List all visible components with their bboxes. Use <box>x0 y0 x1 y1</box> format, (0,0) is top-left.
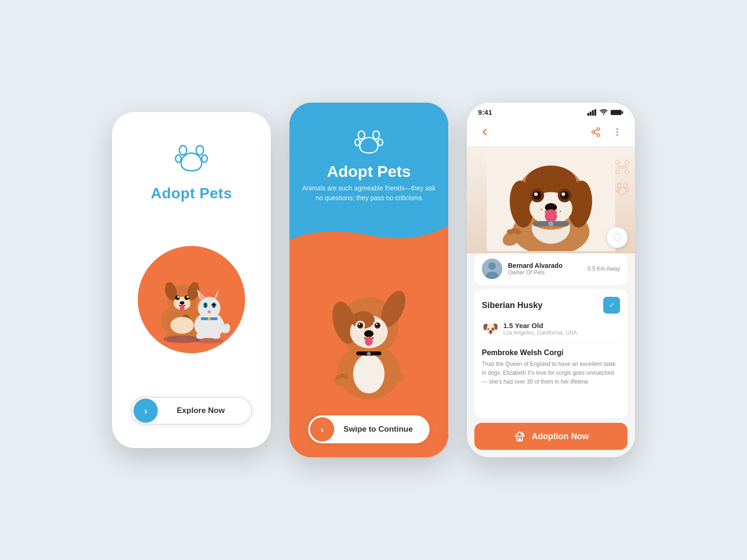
gender-symbol: ♂ <box>608 301 615 310</box>
svg-point-9 <box>175 295 180 300</box>
svg-point-114 <box>488 262 496 270</box>
svg-point-76 <box>616 131 618 133</box>
svg-point-75 <box>616 128 618 130</box>
svg-point-111 <box>616 188 619 191</box>
owner-distance: 0.5 Km Away <box>587 266 620 272</box>
svg-point-13 <box>180 301 184 304</box>
svg-point-107 <box>625 170 629 174</box>
svg-point-51 <box>359 323 360 325</box>
dog-photo <box>467 146 635 253</box>
svg-point-97 <box>545 210 547 212</box>
avatar-svg <box>482 259 502 279</box>
status-bar: 9:41 <box>467 103 635 120</box>
svg-point-99 <box>559 210 561 212</box>
explore-button[interactable]: › Explore Now <box>131 397 252 425</box>
svg-point-77 <box>616 134 618 136</box>
svg-point-69 <box>603 113 604 114</box>
paw-icon-white <box>352 126 385 159</box>
svg-point-3 <box>202 155 207 162</box>
phone-detail: 9:41 <box>467 103 635 457</box>
desc-title: Pembroke Welsh Corgi <box>482 349 620 357</box>
svg-point-55 <box>376 323 377 325</box>
svg-point-56 <box>364 330 374 337</box>
pet-age-location: 1.5 Year Old Los Angeles, Canifornia, US… <box>503 322 577 336</box>
pet-breed: Siberian Husky <box>482 301 543 310</box>
desc-text: Trust the Queen of England to have an ex… <box>482 360 620 387</box>
heart-icon <box>612 232 622 243</box>
swipe-button[interactable]: › Swipe to Continue <box>308 415 430 443</box>
svg-point-40 <box>378 139 383 146</box>
svg-point-72 <box>597 128 600 131</box>
svg-rect-68 <box>594 109 596 116</box>
onboard-tagline: Animals are such agreeable friends—they … <box>301 183 437 203</box>
svg-point-91 <box>562 192 565 196</box>
paw-deco-icon <box>615 182 629 196</box>
back-button[interactable] <box>476 124 493 140</box>
more-button[interactable] <box>609 124 626 140</box>
splash-top: Adopt Pets <box>151 140 232 202</box>
svg-point-96 <box>541 209 543 210</box>
svg-point-29 <box>204 303 206 308</box>
svg-point-57 <box>365 336 373 346</box>
pet-info-row: 🐶 1.5 Year Old Los Angeles, Canifornia, … <box>482 320 620 337</box>
pet-location: Los Angeles, Canifornia, USA <box>503 329 577 336</box>
svg-point-95 <box>549 221 554 226</box>
btn-knob: › <box>134 399 158 423</box>
svg-point-87 <box>533 191 542 200</box>
wifi-icon <box>599 109 608 116</box>
swipe-chevron-icon: › <box>321 424 324 435</box>
svg-point-88 <box>534 192 537 196</box>
svg-point-64 <box>344 374 348 379</box>
owner-card: Bernard Alvarado Owner Of Pets 0.5 Km Aw… <box>474 253 627 285</box>
svg-point-110 <box>624 183 627 188</box>
card-divider <box>482 343 620 343</box>
signal-icon <box>587 109 597 116</box>
svg-point-59 <box>367 352 371 356</box>
svg-point-37 <box>358 131 365 140</box>
svg-point-42 <box>353 354 384 393</box>
pet-card-header: Siberian Husky ♂ <box>482 297 620 314</box>
heart-button[interactable] <box>607 227 627 248</box>
svg-rect-108 <box>618 166 627 168</box>
svg-point-93 <box>545 209 557 223</box>
svg-point-10 <box>184 295 189 300</box>
svg-point-90 <box>560 191 569 200</box>
svg-point-18 <box>170 317 194 334</box>
svg-rect-65 <box>587 113 589 116</box>
nav-right <box>587 124 626 140</box>
share-button[interactable] <box>587 124 604 140</box>
svg-point-11 <box>177 296 179 298</box>
svg-point-0 <box>179 146 187 155</box>
owner-avatar <box>482 259 502 279</box>
svg-point-112 <box>626 188 629 191</box>
svg-point-104 <box>616 161 620 164</box>
svg-rect-70 <box>611 110 621 115</box>
svg-point-109 <box>617 183 621 188</box>
app-title: Adopt Pets <box>151 185 232 202</box>
svg-point-19 <box>163 336 201 343</box>
beagle-svg <box>481 148 621 251</box>
adoption-button[interactable]: Adoption Now <box>474 423 627 450</box>
chevron-icon: › <box>144 406 148 416</box>
wave-svg <box>289 217 448 245</box>
swipe-knob: › <box>310 417 334 441</box>
svg-point-98 <box>555 209 557 210</box>
svg-point-30 <box>213 303 215 308</box>
pet-illustration <box>138 246 245 353</box>
dog-emoji: 🐶 <box>482 320 499 337</box>
back-arrow-icon <box>479 126 490 138</box>
svg-point-36 <box>195 338 223 343</box>
svg-point-105 <box>625 161 629 164</box>
svg-point-38 <box>373 131 380 140</box>
owner-role: Owner Of Pets <box>508 269 582 276</box>
nav-bar <box>467 120 635 146</box>
svg-point-2 <box>176 155 181 162</box>
pet-card: Siberian Husky ♂ 🐶 1.5 Year Old Los Ange… <box>474 289 627 418</box>
owner-info: Bernard Alvarado Owner Of Pets <box>508 262 582 276</box>
status-icons <box>587 109 624 116</box>
pet-svg <box>145 253 238 346</box>
svg-point-106 <box>616 170 620 174</box>
svg-rect-66 <box>590 112 592 116</box>
phone-splash: Adopt Pets <box>112 112 271 448</box>
dog-illustration <box>308 262 430 411</box>
